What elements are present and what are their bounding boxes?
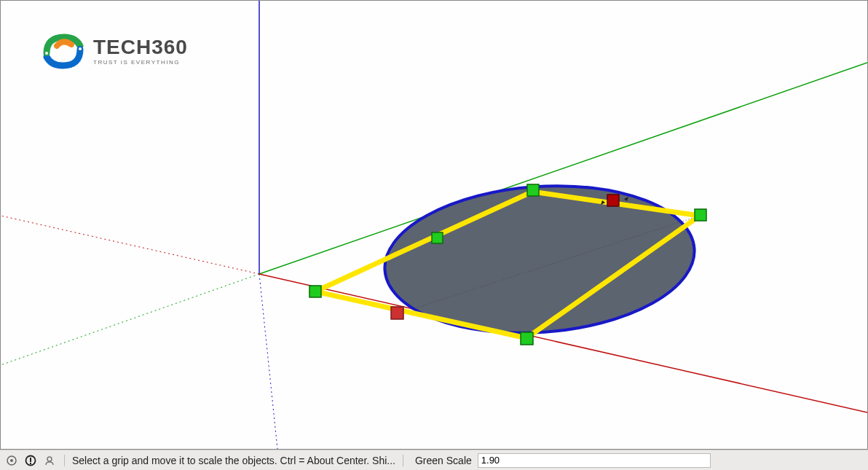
status-hint: Select a grip and move it to scale the o… bbox=[72, 455, 395, 466]
svg-rect-3 bbox=[432, 232, 443, 243]
svg-rect-4 bbox=[391, 307, 403, 319]
svg-point-8 bbox=[78, 47, 82, 51]
handle-top-right[interactable] bbox=[695, 209, 706, 221]
logo-title: TECH360 bbox=[93, 37, 188, 58]
viewport[interactable]: TECH360 TRUST IS EVERYTHING bbox=[0, 0, 868, 450]
measurement-label: Green Scale bbox=[415, 455, 472, 466]
axis-green-dotted bbox=[1, 274, 259, 365]
svg-point-10 bbox=[10, 459, 13, 462]
logo-subtitle: TRUST IS EVERYTHING bbox=[93, 59, 188, 66]
logo-icon bbox=[41, 31, 86, 71]
svg-rect-1 bbox=[527, 184, 539, 196]
separator bbox=[403, 455, 403, 466]
svg-rect-0 bbox=[309, 286, 321, 297]
svg-rect-12 bbox=[30, 458, 31, 462]
handle-top-left[interactable] bbox=[309, 286, 321, 297]
status-bar: Select a grip and move it to scale the o… bbox=[0, 450, 868, 470]
svg-rect-5 bbox=[521, 332, 533, 345]
credits-icon[interactable] bbox=[23, 453, 38, 468]
svg-point-14 bbox=[47, 457, 52, 461]
logo: TECH360 TRUST IS EVERYTHING bbox=[41, 31, 188, 71]
handle-bottom-right[interactable] bbox=[521, 332, 533, 345]
handle-top[interactable] bbox=[527, 184, 539, 196]
geolocation-icon[interactable] bbox=[4, 453, 19, 468]
handle-left[interactable] bbox=[432, 232, 443, 243]
axis-blue-dotted bbox=[259, 274, 277, 449]
svg-rect-6 bbox=[607, 195, 619, 206]
svg-point-7 bbox=[44, 51, 49, 55]
measurement-input[interactable] bbox=[478, 453, 711, 468]
user-icon[interactable] bbox=[42, 453, 57, 468]
axis-red-dotted bbox=[1, 216, 259, 274]
svg-rect-13 bbox=[30, 463, 31, 464]
handle-bottom-left[interactable] bbox=[391, 307, 403, 319]
separator bbox=[64, 455, 65, 466]
svg-rect-2 bbox=[695, 209, 706, 221]
